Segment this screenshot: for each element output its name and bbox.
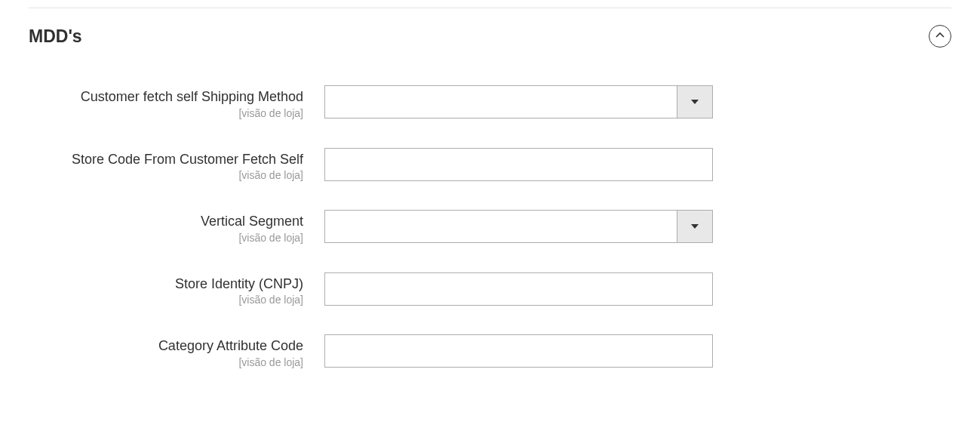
category-attribute-input[interactable] (324, 334, 713, 368)
label-col: Category Attribute Code [visão de loja] (29, 334, 324, 368)
store-identity-input[interactable] (324, 272, 713, 306)
field-scope: [visão de loja] (29, 169, 303, 181)
select-wrap (324, 210, 713, 243)
field-label: Customer fetch self Shipping Method (29, 89, 303, 106)
section-header: MDD's (0, 8, 980, 63)
field-scope: [visão de loja] (29, 356, 303, 368)
field-label: Store Code From Customer Fetch Self (29, 152, 303, 168)
field-row-vertical-segment: Vertical Segment [visão de loja] (29, 210, 951, 244)
store-code-input[interactable] (324, 148, 713, 181)
field-label: Category Attribute Code (29, 338, 303, 355)
label-col: Store Code From Customer Fetch Self [vis… (29, 148, 324, 182)
input-col (324, 148, 713, 181)
field-scope: [visão de loja] (29, 232, 303, 244)
collapse-toggle-button[interactable] (929, 25, 951, 48)
label-col: Vertical Segment [visão de loja] (29, 210, 324, 244)
input-col (324, 334, 713, 368)
chevron-up-icon (935, 31, 945, 42)
field-row-store-code: Store Code From Customer Fetch Self [vis… (29, 148, 951, 182)
label-col: Customer fetch self Shipping Method [vis… (29, 85, 324, 119)
field-scope: [visão de loja] (29, 107, 303, 119)
select-wrap (324, 85, 713, 118)
input-col (324, 272, 713, 306)
field-row-category-attr: Category Attribute Code [visão de loja] (29, 334, 951, 368)
field-scope: [visão de loja] (29, 294, 303, 306)
input-col (324, 210, 713, 243)
vertical-segment-select[interactable] (324, 210, 713, 243)
label-col: Store Identity (CNPJ) [visão de loja] (29, 272, 324, 306)
field-row-shipping-method: Customer fetch self Shipping Method [vis… (29, 85, 951, 119)
field-label: Vertical Segment (29, 214, 303, 230)
field-label: Store Identity (CNPJ) (29, 276, 303, 293)
shipping-method-select[interactable] (324, 85, 713, 118)
field-row-store-identity: Store Identity (CNPJ) [visão de loja] (29, 272, 951, 306)
section-title: MDD's (29, 26, 82, 47)
form-rows: Customer fetch self Shipping Method [vis… (0, 63, 980, 399)
input-col (324, 85, 713, 118)
